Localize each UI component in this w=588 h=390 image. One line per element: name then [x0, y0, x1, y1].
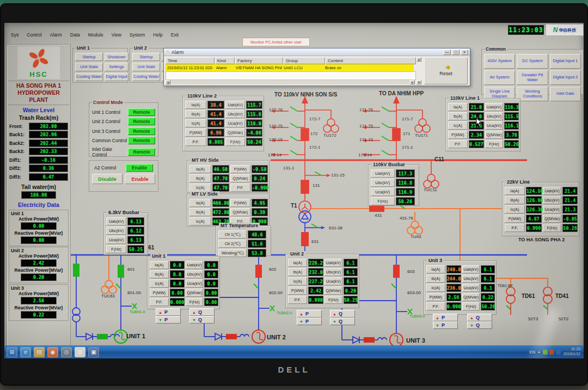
raise-setpoint-button[interactable]: ▲ P	[156, 308, 181, 316]
taskbar-clock[interactable]: 11:23 2019/1/12	[564, 347, 581, 357]
horizontal-scrollbar[interactable]: ◂ ▸	[166, 80, 415, 84]
scroll-up-icon[interactable]: ▴	[416, 57, 421, 62]
raise-setpoint-button[interactable]: ▲ Q	[330, 310, 355, 318]
unit1-command-button[interactable]: Shutdown	[105, 53, 128, 61]
breaker-601[interactable]	[118, 265, 124, 278]
field-label: Ubc(kV)	[543, 196, 561, 204]
menu-item[interactable]: Control	[27, 32, 41, 38]
unit1-command-button[interactable]: Digital Input	[105, 73, 128, 81]
tray-expand-icon[interactable]: ▴	[538, 350, 540, 354]
remote-mode-button[interactable]: Remote	[128, 127, 155, 135]
media-player-icon[interactable]: ◉	[47, 347, 58, 357]
menu-item[interactable]: Alarm	[50, 32, 62, 38]
menu-item[interactable]: View	[112, 32, 121, 38]
unit1-command-button[interactable]: Startup	[75, 53, 103, 61]
common-button[interactable]: Air System	[484, 70, 515, 85]
common-button[interactable]: DC System	[517, 54, 548, 69]
close-button[interactable]: ×	[461, 50, 468, 55]
scroll-down-icon[interactable]: ▾	[416, 80, 421, 84]
notepad-icon[interactable]: ▦	[75, 347, 85, 357]
field-label: P.F.	[448, 140, 468, 148]
remote-mode-button[interactable]: Remote	[128, 137, 155, 144]
maximize-button[interactable]: □	[452, 50, 460, 55]
unit1-command-button[interactable]: Unit State	[75, 63, 103, 71]
minimize-button[interactable]: —	[443, 50, 451, 55]
picture-viewer-icon[interactable]: ▣	[88, 347, 99, 357]
lower-setpoint-button[interactable]: ▼ P	[433, 321, 458, 329]
media-library-icon[interactable]: ▤	[34, 347, 45, 357]
lcd-value: 472.80	[212, 208, 229, 216]
scroll-right-icon[interactable]: ▸	[410, 80, 415, 84]
menu-item[interactable]: Help	[153, 32, 162, 38]
field-label: Ic(A)	[185, 119, 206, 127]
lower-setpoint-button[interactable]: ▼ Q	[467, 321, 492, 329]
breaker-excitation-u1[interactable]	[73, 264, 79, 277]
field-label: Uca(kV)	[106, 236, 126, 244]
lcd-value: 6.1	[481, 284, 495, 292]
breaker-603[interactable]	[393, 265, 400, 278]
menu-item[interactable]: Module	[88, 32, 103, 38]
remote-mode-button[interactable]: Remote	[128, 118, 155, 125]
raise-setpoint-button[interactable]: ▲ Q	[189, 308, 215, 316]
lower-setpoint-button[interactable]: ▼ Q	[330, 318, 355, 325]
unit2-command-button[interactable]: Startup	[132, 53, 160, 61]
reactive-power-value: 0.20	[21, 273, 57, 281]
field-label: Uab(kV)	[324, 259, 342, 267]
field-label: Ib(A)	[505, 196, 525, 204]
trash-rack-row: Back1: 202.96	[9, 131, 68, 138]
field-label: Uab(kV)	[485, 103, 503, 111]
raise-setpoint-button[interactable]: ▲ Q	[467, 314, 492, 321]
a2-enable-button[interactable]: Enable	[126, 164, 153, 172]
vertical-scrollbar[interactable]: ▴ ▾	[416, 57, 422, 84]
reset-button[interactable]: Reset	[424, 57, 468, 84]
menu-item[interactable]: Sys	[11, 32, 19, 38]
search-icon[interactable]: ◎	[61, 347, 72, 357]
remote-mode-button[interactable]: Remote	[128, 108, 155, 116]
language-indicator[interactable]: EN	[529, 350, 535, 355]
alarm-row[interactable]: 2019/01/12 11:23:01 020AlarmVIETNAM HA S…	[166, 64, 414, 71]
remote-mode-button[interactable]: Remote	[128, 148, 155, 156]
field-label: Ubc(kV)	[186, 270, 203, 278]
breaker-131[interactable]	[301, 180, 309, 193]
raise-setpoint-button[interactable]: ▲ P	[433, 314, 458, 321]
common-button[interactable]: Inlet Gate	[550, 87, 581, 101]
speaker-icon	[443, 65, 449, 70]
common-button[interactable]: 400V System	[484, 54, 515, 69]
lcd-value: 117.3	[396, 169, 415, 178]
common-button[interactable]: Working Conditions	[517, 87, 548, 101]
field-label: Ia(A)	[505, 187, 525, 195]
lower-setpoint-button[interactable]: ▼ P	[297, 318, 322, 325]
tray-status-blue-icon[interactable]	[556, 350, 561, 355]
common-button[interactable]: Dewater Pit Water	[517, 70, 548, 85]
alarm-window-titlebar[interactable]: ⚠ Alarm — □ ×	[164, 48, 470, 56]
field-label: Ia(A)	[288, 259, 307, 267]
breaker-631[interactable]	[301, 232, 309, 246]
menu-item[interactable]: Exit	[171, 32, 179, 38]
menu-item[interactable]: Data	[70, 32, 80, 38]
start-button[interactable]: ⊞	[7, 347, 17, 357]
lower-setpoint-button[interactable]: ▼ Q	[189, 316, 215, 324]
menu-item[interactable]: System	[130, 32, 145, 38]
breaker-171[interactable]	[393, 129, 400, 141]
field-label: Ubc(kV)	[324, 268, 342, 276]
common-button[interactable]: Digital Input 2	[550, 70, 581, 85]
enable-button[interactable]: Enable	[125, 174, 155, 184]
scroll-left-icon[interactable]: ◂	[166, 80, 170, 84]
tray-status-green-icon[interactable]	[543, 350, 548, 355]
unit1-command-button[interactable]: Settings	[105, 63, 128, 71]
unit2-command-button[interactable]: Cooling Water	[132, 73, 160, 81]
lcd-value: 48.6	[248, 230, 266, 239]
unit1-command-button[interactable]: Cooling Water	[75, 73, 103, 81]
tray-status-orange-icon[interactable]	[549, 350, 554, 355]
breaker-172[interactable]	[301, 129, 309, 141]
reactive-power-label: Reactive Power(MVar)	[10, 305, 68, 310]
disable-button[interactable]: Disable	[92, 174, 122, 184]
raise-setpoint-button[interactable]: ▲ P	[297, 310, 322, 318]
lcd-value: 46.50	[212, 165, 229, 173]
browser-icon[interactable]: e	[20, 347, 31, 357]
common-button[interactable]: Digital Input 1	[550, 54, 581, 69]
lower-setpoint-button[interactable]: ▼ P	[156, 316, 181, 324]
Unit 2: Unit 2 Active Power(MW) 2.42 Reactive Po…	[9, 247, 69, 283]
breaker-602[interactable]	[255, 265, 262, 278]
unit2-command-button[interactable]: Unit State	[132, 63, 160, 71]
